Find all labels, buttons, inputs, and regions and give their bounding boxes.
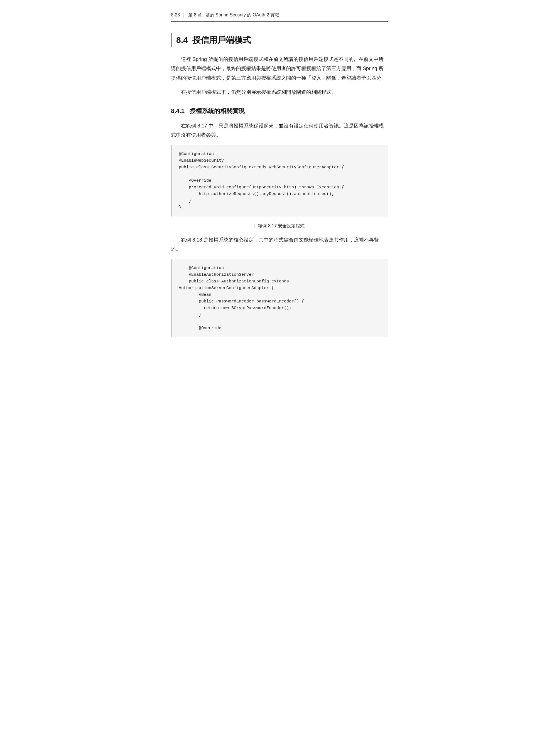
code2-line-4: AuthorizationServerConfigurerAdapter { [179, 286, 274, 291]
page-number: 8-28 [171, 11, 180, 19]
code2-line-1: @Configuration [179, 266, 224, 271]
code-line-8: } [179, 205, 181, 210]
paragraph-1: 這裡 Spring 所提供的授信用戶端模式和在前文所講的授信用戶端模式是不同的。… [171, 55, 388, 83]
code-line-2: @EnableWebSecurity [179, 158, 224, 163]
caption-text-1: 範例 8.17 安全設定程式 [258, 224, 305, 228]
keyword-protected: protected [189, 185, 211, 190]
subsection-841-number: 8.4.1 [171, 108, 184, 114]
code2-line-8: } [179, 313, 201, 317]
page-container: 8-28 │ 第 8 章 基於 Spring Security 的 OAuth … [154, 0, 405, 360]
section-84-heading: 8.4 授信用戶端模式 [171, 33, 388, 47]
code-line-5: protected void configure(HttpSecurity ht… [179, 185, 344, 190]
chapter-title: 基於 Spring Security 的 OAuth 2 實戰 [205, 11, 279, 19]
code-block-2: @Configuration @EnableAuthorizationServe… [171, 259, 388, 337]
header-separator: │ [183, 11, 185, 19]
page-header: 8-28 │ 第 8 章 基於 Spring Security 的 OAuth … [171, 11, 388, 22]
section-84-number: 8.4 [176, 33, 188, 47]
code-line-7: } [179, 199, 191, 203]
chapter-label: 第 8 章 [188, 11, 202, 19]
subsection-841-title: 授權系統的相關實現 [189, 108, 245, 114]
code2-line-6: public PasswordEncoder passwordEncoder()… [179, 299, 304, 304]
code-line-1: @Configuration [179, 152, 214, 156]
code2-line-3: public class AuthorizationConfig extends [179, 279, 289, 284]
caption-icon-1: t [254, 224, 255, 228]
paragraph-841-1: 在範例 8.17 中，只是將授權系統保護起來，並沒有設定任何使用者資訊。這是因為… [171, 121, 388, 140]
code-block-1: @Configuration @EnableWebSecurity public… [171, 145, 388, 216]
code-line-3: public class SecurityConfig extends WebS… [179, 165, 344, 170]
subsection-841-heading: 8.4.1 授權系統的相關實現 [171, 106, 388, 116]
section-84-title: 授信用戶端模式 [192, 33, 251, 47]
code-line-6: http.authorizeRequests().anyRequest().au… [179, 192, 334, 197]
paragraph-2: 在授信用戶端模式下，仍然分別展示授權系統和開放閘道的相關程式。 [171, 88, 388, 97]
paragraph-841-2: 範例 8.18 是授權系統的核心設定，其中的程式結合前文能極佳地表達其作用，這裡… [171, 235, 388, 254]
code2-line-10: @Override [179, 326, 221, 330]
code2-line-7: return new BCryptPasswordEncoder(); [179, 306, 291, 311]
code-caption-1: t 範例 8.17 安全設定程式 [171, 222, 388, 230]
code2-line-5: @Bean [179, 293, 211, 297]
code2-line-2: @EnableAuthorizationServer [179, 272, 254, 277]
code-line-4: @Override [179, 178, 211, 183]
